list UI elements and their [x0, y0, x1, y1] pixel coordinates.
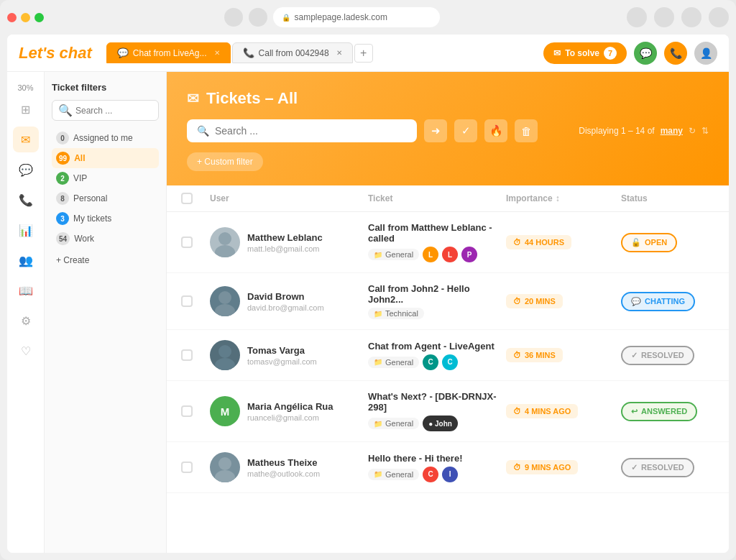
sidebar-item-phone[interactable]: 📞 — [13, 187, 39, 213]
user-avatar-button[interactable]: 👤 — [694, 42, 717, 65]
displaying-text: Displaying 1 – 14 of — [579, 126, 654, 136]
refresh-icon[interactable]: ↻ — [689, 126, 696, 136]
filter-item-mytickets[interactable]: 3 My tickets — [52, 208, 159, 229]
toolbar-fire-icon[interactable]: 🔥 — [484, 119, 507, 142]
col-importance[interactable]: Importance ↕ — [506, 193, 621, 204]
main-layout: 30% ⊞ ✉ 💬 📞 📊 👥 📖 ⚙ ♡ Ticket filters 🔍 — [7, 72, 729, 553]
minimize-dot[interactable] — [21, 13, 30, 22]
row1-avatar — [210, 227, 240, 257]
filter-item-vip[interactable]: 2 VIP — [52, 168, 159, 188]
filter-item-work[interactable]: 54 Work — [52, 229, 159, 249]
sidebar-item-chat[interactable]: 💬 — [13, 157, 39, 183]
row3-ticket-cell: Chat from Agent - LiveAgent 📁 General C … — [368, 341, 506, 370]
row3-tags: 📁 General C C — [368, 354, 506, 370]
row3-tag-general: 📁 General — [368, 357, 419, 368]
row5-checkbox[interactable] — [181, 462, 193, 473]
filter-personal-label: Personal — [73, 193, 107, 203]
svg-point-3 — [215, 304, 235, 316]
filter-personal-badge: 8 — [56, 192, 69, 205]
filter-item-assigned[interactable]: 0 Assigned to me — [52, 128, 159, 148]
row4-user-info: Maria Angélica Rua ruanceli@gmail.com — [247, 401, 333, 422]
sort-importance-icon: ↕ — [556, 193, 560, 203]
resolved-icon: ✓ — [631, 463, 638, 472]
main-content: ✉ Tickets – All 🔍 ➜ ✓ 🔥 🗑 — [167, 72, 729, 553]
row5-user-name: Matheus Theixe — [247, 457, 320, 468]
toolbar-check-icon[interactable]: ✓ — [454, 119, 477, 142]
row4-tags: 📁 General ● John — [368, 416, 506, 431]
sidebar-item-settings[interactable]: ⚙ — [13, 308, 39, 334]
open-icon: 🔓 — [631, 238, 641, 247]
row4-tag-general: 📁 General — [368, 418, 419, 429]
to-solve-button[interactable]: ✉ To solve 7 — [543, 42, 627, 64]
row4-agent-john: ● John — [423, 416, 458, 431]
col-ticket: Ticket — [368, 193, 506, 204]
row5-user-cell: Matheus Theixe mathe@outlook.com — [210, 452, 368, 482]
address-bar[interactable]: 🔒 samplepage.ladesk.com — [273, 7, 440, 27]
sidebar-item-knowledge[interactable]: 📖 — [13, 277, 39, 303]
row3-checkbox[interactable] — [181, 349, 193, 361]
chat-tab-icon: 💬 — [117, 47, 129, 58]
create-ticket-button[interactable]: + Create — [52, 252, 159, 269]
row2-subject: Call from John2 - Hello John2... — [368, 283, 506, 305]
table-row[interactable]: Tomas Varga tomasv@gmail.com Chat from A… — [167, 330, 729, 381]
clock-icon: ⏱ — [513, 238, 521, 247]
sidebar-item-contacts[interactable]: 👥 — [13, 247, 39, 273]
sidebar-item-tickets[interactable]: ✉ — [13, 127, 39, 152]
solve-envelope-icon: ✉ — [553, 48, 561, 58]
row3-avatar — [210, 340, 240, 370]
filter-mytickets-label: My tickets — [73, 214, 111, 224]
sidebar-item-dashboard[interactable]: ⊞ — [13, 96, 39, 122]
browser-nav — [627, 7, 729, 27]
row4-checkbox[interactable] — [181, 405, 193, 417]
row5-status: ✓ RESOLVED — [621, 458, 714, 477]
filter-item-personal[interactable]: 8 Personal — [52, 188, 159, 208]
chat-tab-close[interactable]: ✕ — [214, 49, 220, 57]
toolbar-forward-icon[interactable]: ➜ — [424, 119, 447, 142]
solve-badge: 7 — [604, 47, 617, 60]
row1-status-badge: 🔓 OPEN — [621, 233, 677, 252]
call-tab-label: Call from 0042948 — [259, 48, 329, 58]
custom-filter-button[interactable]: + Custom filter — [187, 152, 263, 171]
tab-chat[interactable]: 💬 Chat from LiveAg... ✕ — [106, 42, 231, 63]
tab-call[interactable]: 📞 Call from 0042948 ✕ — [232, 42, 353, 63]
row4-checkbox-cell — [181, 405, 210, 417]
row3-importance: ⏱ 36 MINS — [506, 348, 621, 362]
row2-checkbox[interactable] — [181, 295, 193, 307]
app-container: Let's chat 💬 Chat from LiveAg... ✕ 📞 Cal… — [7, 35, 729, 553]
chat-icon-button[interactable]: 💬 — [634, 42, 657, 65]
table-row[interactable]: Matthew Leblanc matt.leb@gmail.com Call … — [167, 212, 729, 273]
filter-search-box[interactable]: 🔍 — [52, 100, 159, 121]
filter-item-all[interactable]: 99 All — [52, 148, 159, 168]
clock-icon: ⏱ — [513, 463, 521, 472]
folder-icon: 📁 — [374, 470, 382, 478]
row2-user-email: david.bro@gmail.com — [247, 303, 324, 312]
table-row[interactable]: Matheus Theixe mathe@outlook.com Hello t… — [167, 442, 729, 493]
row3-user-info: Tomas Varga tomasv@gmail.com — [247, 345, 317, 366]
url-text: samplepage.ladesk.com — [295, 12, 387, 22]
row2-avatar — [210, 286, 240, 316]
sort-icon[interactable]: ⇅ — [702, 126, 709, 136]
maximize-dot[interactable] — [34, 13, 44, 22]
table-row[interactable]: M Maria Angélica Rua ruanceli@gmail.com … — [167, 381, 729, 442]
add-tab-button[interactable]: + — [354, 44, 373, 63]
row4-subject: What's Next? - [DBK-DRNJX-298] — [368, 391, 506, 413]
table-row[interactable]: David Brown david.bro@gmail.com Call fro… — [167, 273, 729, 330]
toolbar-delete-icon[interactable]: 🗑 — [515, 119, 538, 142]
sidebar-item-favorites[interactable]: ♡ — [13, 338, 39, 364]
tickets-search-box[interactable]: 🔍 — [187, 119, 417, 142]
row5-user-info: Matheus Theixe mathe@outlook.com — [247, 457, 320, 478]
row4-importance: ⏱ 4 MINS AGO — [506, 404, 621, 418]
close-dot[interactable] — [7, 13, 17, 22]
select-all-checkbox[interactable] — [181, 193, 193, 204]
row3-checkbox-cell — [181, 349, 210, 361]
window-controls — [7, 13, 44, 22]
filter-search-input[interactable] — [75, 106, 152, 116]
row1-checkbox[interactable] — [181, 237, 193, 248]
row1-user-info: Matthew Leblanc matt.leb@gmail.com — [247, 232, 323, 253]
tickets-search-input[interactable] — [215, 125, 407, 137]
svg-point-7 — [215, 470, 235, 482]
sidebar-item-reports[interactable]: 📊 — [13, 217, 39, 243]
phone-icon-button[interactable]: 📞 — [664, 42, 687, 65]
call-tab-close[interactable]: ✕ — [336, 49, 342, 57]
svg-point-0 — [218, 232, 231, 245]
